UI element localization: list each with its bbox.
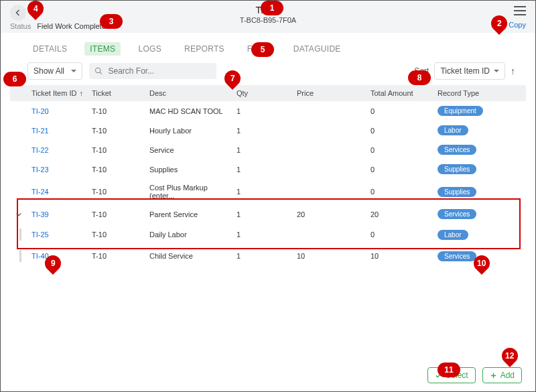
record-type-badge: Equipment xyxy=(438,106,483,116)
search-input[interactable] xyxy=(107,66,211,76)
cell-desc: Child Service xyxy=(145,252,232,260)
header-bar: Ticket T-BC8-B95-7F0A Copy Status Field … xyxy=(1,1,535,33)
cell-type: Labor xyxy=(433,125,507,135)
col-qty[interactable]: Qty xyxy=(232,89,293,97)
status-label: Status xyxy=(10,22,31,30)
expand-cell xyxy=(10,228,27,241)
cell-total: 0 xyxy=(366,188,433,196)
check-icon xyxy=(435,372,442,379)
cell-desc: Supplies xyxy=(145,166,232,174)
cell-qty: 1 xyxy=(232,231,293,239)
cell-total: 20 xyxy=(366,210,433,218)
tab-dataguide[interactable]: DATAGUIDE xyxy=(288,42,346,56)
sort-label: Sort xyxy=(414,66,429,76)
tab-details[interactable]: DETAILS xyxy=(27,42,72,56)
cell-desc: Daily Labor xyxy=(145,231,232,239)
items-table: Ticket Item ID↑ Ticket Desc Qty Price To… xyxy=(10,85,526,267)
search-icon xyxy=(94,66,103,76)
ticket-item-link[interactable]: TI-39 xyxy=(31,210,49,218)
tab-logs[interactable]: LOGS xyxy=(133,42,167,56)
cell-qty: 1 xyxy=(232,127,293,135)
cell-total: 10 xyxy=(366,252,433,260)
cell-ticket: T-10 xyxy=(88,146,145,154)
sort-dropdown[interactable]: Ticket Item ID xyxy=(434,62,505,80)
sort-direction-toggle[interactable]: ↑ xyxy=(511,66,515,76)
back-button[interactable] xyxy=(10,5,26,21)
menu-button[interactable] xyxy=(514,6,526,15)
table-row[interactable]: TI-20T-10MAC HD SCAN TOOL10Equipment xyxy=(10,101,526,121)
record-type-badge: Supplies xyxy=(438,164,476,174)
cell-total: 0 xyxy=(366,107,433,115)
ticket-item-link[interactable]: TI-21 xyxy=(31,127,49,135)
record-type-badge: Services xyxy=(438,251,476,261)
ticket-item-link[interactable]: TI-25 xyxy=(31,231,49,239)
table-row[interactable]: TI-21T-10Hourly Labor10Labor xyxy=(10,121,526,140)
col-id[interactable]: Ticket Item ID↑ xyxy=(27,89,88,97)
copy-link[interactable]: Copy xyxy=(509,21,526,29)
tab-reports[interactable]: REPORTS xyxy=(179,42,230,56)
cell-type: Supplies xyxy=(433,164,507,174)
cell-qty: 1 xyxy=(232,188,293,196)
cell-type: Services xyxy=(433,251,507,261)
cell-type: Services xyxy=(433,145,507,155)
cell-total: 0 xyxy=(366,166,433,174)
cell-desc: Cost Plus Markup (enter... xyxy=(145,184,232,200)
record-type-badge: Services xyxy=(438,145,476,155)
cell-total: 0 xyxy=(366,146,433,154)
cell-desc: Service xyxy=(145,146,232,154)
ticket-item-link[interactable]: TI-20 xyxy=(31,107,49,115)
col-price[interactable]: Price xyxy=(293,89,366,97)
cell-price: 10 xyxy=(293,252,366,260)
cell-qty: 1 xyxy=(232,107,293,115)
table-header: Ticket Item ID↑ Ticket Desc Qty Price To… xyxy=(10,85,526,101)
select-button[interactable]: Select xyxy=(427,367,475,383)
table-row[interactable]: TI-25T-10Daily Labor10Labor xyxy=(10,224,526,245)
cell-price: 20 xyxy=(293,210,366,218)
cell-type: Supplies xyxy=(433,187,507,197)
col-type[interactable]: Record Type xyxy=(433,89,507,97)
col-total[interactable]: Total Amount xyxy=(366,89,433,97)
cell-qty: 1 xyxy=(232,210,293,218)
cell-ticket: T-10 xyxy=(88,188,145,196)
expand-cell xyxy=(10,250,27,262)
record-type-badge: Services xyxy=(438,209,476,219)
cell-desc: MAC HD SCAN TOOL xyxy=(145,107,232,115)
ticket-item-link[interactable]: TI-24 xyxy=(31,188,49,196)
cell-type: Equipment xyxy=(433,106,507,116)
record-type-badge: Labor xyxy=(438,230,468,240)
table-row[interactable]: TI-39T-10Parent Service12020Services xyxy=(10,204,526,224)
search-box[interactable] xyxy=(89,63,216,79)
status-value: Field Work Complete xyxy=(37,22,106,30)
table-row[interactable]: TI-40T-10Child Service11010Services xyxy=(10,245,526,267)
table-row[interactable]: TI-24T-10Cost Plus Markup (enter...10Sup… xyxy=(10,179,526,204)
col-desc[interactable]: Desc xyxy=(145,89,232,97)
ticket-item-link[interactable]: TI-22 xyxy=(31,146,49,154)
record-type-badge: Labor xyxy=(438,125,468,135)
record-type-badge: Supplies xyxy=(438,187,476,197)
plus-icon xyxy=(490,372,497,379)
table-row[interactable]: TI-23T-10Supplies10Supplies xyxy=(10,159,526,179)
cell-desc: Parent Service xyxy=(145,210,232,218)
cell-ticket: T-10 xyxy=(88,210,145,218)
tab-files[interactable]: FILES xyxy=(242,42,276,56)
svg-line-1 xyxy=(100,72,102,74)
expand-cell[interactable] xyxy=(10,211,27,218)
cell-qty: 1 xyxy=(232,146,293,154)
ticket-item-link[interactable]: TI-23 xyxy=(31,166,49,174)
table-row[interactable]: TI-22T-10Service10Services xyxy=(10,140,526,159)
filter-bar: Show All Sort Ticket Item ID ↑ xyxy=(1,61,535,85)
chevron-left-icon xyxy=(14,9,22,17)
filter-dropdown[interactable]: Show All xyxy=(27,62,82,80)
cell-ticket: T-10 xyxy=(88,231,145,239)
cell-type: Services xyxy=(433,209,507,219)
cell-total: 0 xyxy=(366,127,433,135)
add-button[interactable]: Add xyxy=(482,367,522,383)
tab-items[interactable]: ITEMS xyxy=(84,42,121,56)
table-body: TI-20T-10MAC HD SCAN TOOL10EquipmentTI-2… xyxy=(10,101,526,267)
col-ticket[interactable]: Ticket xyxy=(88,89,145,97)
cell-qty: 1 xyxy=(232,166,293,174)
svg-point-0 xyxy=(96,68,100,72)
cell-total: 0 xyxy=(366,231,433,239)
cell-desc: Hourly Labor xyxy=(145,127,232,135)
ticket-item-link[interactable]: TI-40 xyxy=(31,252,49,260)
